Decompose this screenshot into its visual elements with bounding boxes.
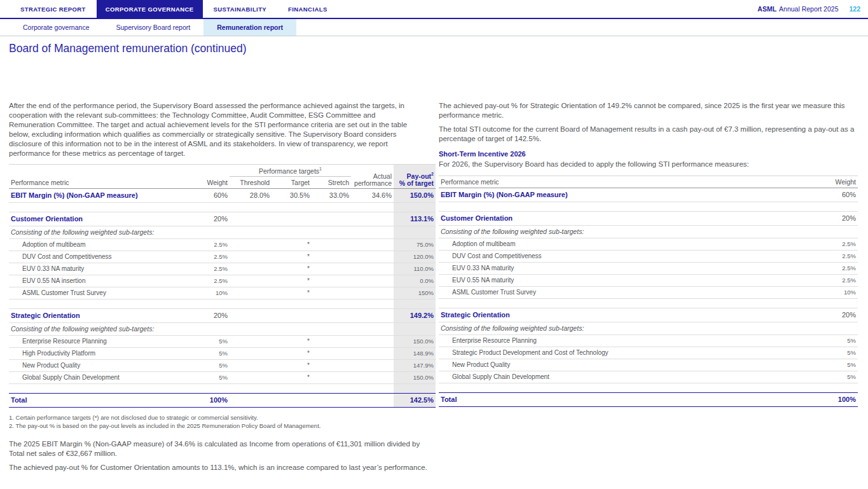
tab-corporate-governance[interactable]: CORPORATE GOVERNANCE: [97, 0, 203, 18]
payout-cell: 75.0%: [394, 238, 436, 251]
table-row: EUV 0.33 NA maturity2.5%: [439, 263, 858, 275]
weight-cell: 5%: [199, 371, 230, 383]
metric-cell: Global Supply Chain Development: [9, 371, 199, 383]
table-row: Adoption of multibeam2.5%*75.0%: [9, 238, 436, 251]
metric-cell: EUV 0.55 NA maturity: [439, 275, 820, 287]
weight-header: Weight: [820, 176, 858, 188]
target-cell: [272, 308, 312, 322]
metric-cell: Strategic Orientation: [439, 308, 820, 322]
performance-metric-header: Performance metric: [439, 176, 820, 188]
metric-cell: ASML Customer Trust Survey: [9, 287, 199, 299]
footnote-2: 2. The pay-out % is based on the pay-out…: [9, 422, 428, 430]
weight-cell: 2.5%: [820, 251, 858, 263]
threshold-cell: [230, 308, 272, 322]
actual-performance-header: Actual performance: [351, 165, 394, 189]
threshold-cell: [230, 251, 272, 263]
tab-financials[interactable]: FINANCIALS: [277, 0, 338, 18]
table-row: Consisting of the following weighted sub…: [9, 322, 436, 335]
tab-sustainability[interactable]: SUSTAINABILITY: [203, 0, 278, 18]
table-row: EUV 0.33 NA maturity2.5%*110.0%: [9, 263, 436, 275]
payout-cell: [394, 322, 436, 335]
actual-performance-cell: [351, 308, 394, 322]
actual-performance-cell: 34.6%: [351, 188, 394, 202]
weight-cell: 5%: [820, 371, 858, 383]
metric-cell: EUV 0.33 NA maturity: [9, 263, 199, 275]
stretch-cell: 33.0%: [312, 188, 351, 202]
target-cell: 30.5%: [272, 188, 312, 202]
table-row: Customer Orientation20%113.1%: [9, 212, 436, 226]
target-cell: *: [272, 287, 312, 299]
spacer-cell: [9, 383, 394, 393]
actual-performance-cell: [351, 212, 394, 226]
weight-cell: 5%: [199, 359, 230, 371]
weight-cell: 20%: [199, 308, 230, 322]
actual-performance-cell: [351, 275, 394, 287]
metric-cell: Adoption of multibeam: [9, 238, 199, 251]
payout-cell: 120.0%: [394, 251, 436, 263]
empty-cell: [230, 393, 394, 407]
stretch-cell: [312, 263, 351, 275]
spacer-cell: [9, 299, 394, 308]
note-cell: Consisting of the following weighted sub…: [439, 322, 858, 335]
actual-performance-cell: [351, 359, 394, 371]
threshold-cell: [230, 263, 272, 275]
customer-orientation-paragraph: The achieved pay-out % for Customer Orie…: [9, 463, 428, 472]
stretch-cell: [312, 238, 351, 251]
payout-cell: 142.5%: [394, 393, 436, 407]
table-row: High Productivity Platform5%*148.9%: [9, 347, 436, 359]
weight-header: Weight: [199, 176, 230, 188]
table-row: Consisting of the following weighted sub…: [9, 226, 436, 238]
spacer-cell: [439, 299, 858, 308]
metric-cell: New Product Quality: [9, 359, 199, 371]
stretch-cell: [312, 335, 351, 347]
empty-cell: [9, 165, 199, 177]
table-group-header-row: Performance targets1 Actual performance …: [9, 165, 436, 177]
target-cell: *: [272, 335, 312, 347]
weight-cell: 2.5%: [820, 238, 858, 251]
metric-cell: ASML Customer Trust Survey: [439, 287, 820, 299]
note-cell: Consisting of the following weighted sub…: [9, 226, 394, 238]
subtab-supervisory-board-report[interactable]: Supervisory Board report: [102, 19, 203, 36]
target-cell: *: [272, 238, 312, 251]
table-row: Strategic Product Development and Cost o…: [439, 347, 858, 359]
table-column-header-row: Performance metric Weight: [439, 176, 858, 188]
subtab-remuneration-report[interactable]: Remuneration report: [203, 19, 296, 36]
metric-cell: EBIT Margin (%) (Non-GAAP measure): [9, 188, 199, 202]
target-cell: *: [272, 359, 312, 371]
metric-cell: Global Supply Chain Development: [439, 371, 820, 383]
spacer-cell: [439, 202, 858, 212]
page-number: 122: [849, 5, 860, 13]
table-row: Total100%: [439, 393, 858, 407]
performance-targets-group-header: Performance targets1: [230, 165, 351, 177]
table-row: Enterprise Resource Planning5%*150.0%: [9, 335, 436, 347]
table-row: EBIT Margin (%) (Non-GAAP measure)60%: [439, 188, 858, 202]
weight-cell: 5%: [199, 347, 230, 359]
brand-asml: ASML: [757, 5, 776, 13]
table-row: [9, 299, 436, 308]
stretch-cell: [312, 371, 351, 383]
table-row: EUV 0.55 NA maturity2.5%: [439, 275, 858, 287]
target-cell: *: [272, 371, 312, 383]
table-row: DUV Cost and Competitiveness2.5%*120.0%: [9, 251, 436, 263]
table-row: Customer Orientation20%: [439, 212, 858, 226]
actual-performance-cell: [351, 335, 394, 347]
spacer-cell: [439, 383, 858, 393]
target-cell: *: [272, 275, 312, 287]
spacer-cell: [394, 299, 436, 308]
table-row: Total100%142.5%: [9, 393, 436, 407]
metric-cell: Adoption of multibeam: [439, 238, 820, 251]
stretch-header: Stretch: [312, 176, 351, 188]
threshold-cell: [230, 371, 272, 383]
actual-performance-cell: [351, 251, 394, 263]
payout-cell: 150.0%: [394, 335, 436, 347]
metric-cell: Enterprise Resource Planning: [9, 335, 199, 347]
actual-performance-cell: [351, 263, 394, 275]
target-cell: *: [272, 263, 312, 275]
stretch-cell: [312, 275, 351, 287]
metric-cell: Strategic Orientation: [9, 308, 199, 322]
subtab-corporate-governance[interactable]: Corporate governance: [10, 19, 102, 36]
weight-cell: 5%: [820, 359, 858, 371]
brand-report-name: Annual Report 2025: [779, 5, 838, 13]
metric-cell: Strategic Product Development and Cost o…: [439, 347, 820, 359]
tab-strategic-report[interactable]: STRATEGIC REPORT: [10, 0, 97, 18]
